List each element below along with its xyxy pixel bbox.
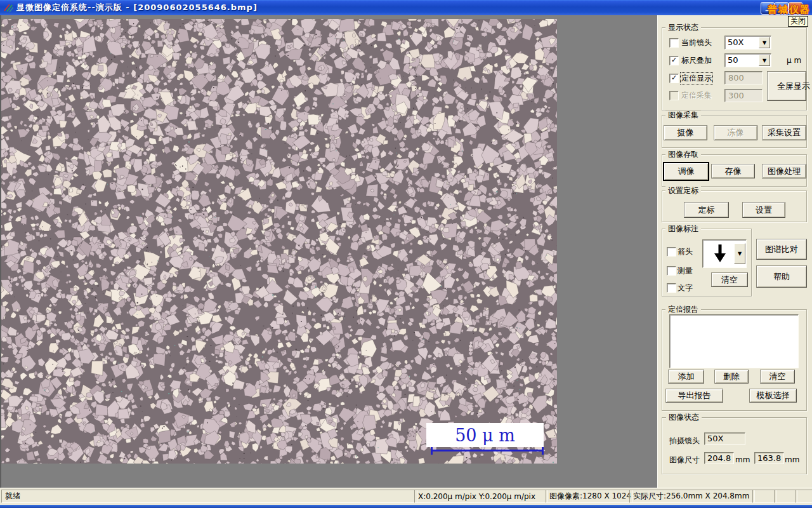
image-height-field[interactable]: 163.8 (754, 452, 784, 464)
scalebar-line (431, 447, 544, 455)
calibrate-button[interactable]: 定标 (684, 202, 729, 218)
text-label: 文字 (678, 283, 693, 293)
application-window: 显微图像定倍系统--演示版 - [20090602055646.bmp] ＿ ❐… (0, 0, 812, 508)
group-report-label: 定倍报告 (665, 305, 701, 314)
atlas-compare-button[interactable]: 图谱比对 (756, 239, 807, 260)
current-lens-select[interactable]: 50X ▼ (724, 36, 771, 50)
checkbox-arrow[interactable] (667, 247, 676, 257)
capture-lens-label: 拍摄镜头 (669, 436, 700, 446)
window-title: 显微图像定倍系统--演示版 - [20090602055646.bmp] (16, 2, 258, 13)
chevron-down-icon[interactable]: ▼ (759, 37, 770, 48)
image-height-value: 163.8 (757, 453, 781, 463)
export-report-button[interactable]: 导出报告 (665, 389, 723, 403)
ruler-overlay-label: 标尺叠加 (681, 55, 712, 66)
fullscreen-button[interactable]: 全屏显示 (767, 71, 806, 101)
arrow-label: 箭头 (678, 246, 693, 257)
group-image-storage-label: 图像存取 (665, 150, 701, 159)
fixed-display-field: 800 (724, 71, 763, 84)
close-tooltip: 关闭 (788, 16, 808, 27)
checkbox-text[interactable] (667, 283, 676, 293)
down-arrow-icon (713, 243, 727, 264)
fixed-capture-value: 300 (728, 91, 744, 100)
status-scale-info: X:0.200μ m/pix Y:0.200μ m/pix (414, 490, 548, 503)
capture-settings-button[interactable]: 采集设置 (762, 125, 806, 140)
status-pane-empty (795, 490, 812, 503)
current-lens-label: 当前镜头 (681, 37, 712, 48)
load-image-button[interactable]: 调像 (663, 162, 709, 181)
capture-lens-field[interactable]: 50X (704, 432, 745, 445)
chevron-down-icon[interactable]: ▼ (759, 55, 770, 66)
image-size-label: 图像尺寸 (669, 455, 700, 465)
app-icon (3, 3, 13, 13)
fixed-capture-field: 300 (724, 89, 763, 102)
ruler-size-value: 50 (728, 55, 738, 65)
current-lens-value: 50X (728, 37, 743, 47)
scalebar: 50 μ m (426, 423, 544, 447)
fixed-capture-label: 定倍采集 (681, 90, 712, 101)
fixed-display-label: 定倍显示 (680, 72, 713, 84)
width-unit-label: mm (735, 455, 750, 464)
image-processing-button[interactable]: 图像处理 (762, 164, 806, 178)
group-image-status-label: 图像状态 (666, 413, 702, 422)
image-width-field[interactable]: 204.8 (704, 452, 734, 464)
scalebar-label: 50 μ m (455, 425, 515, 445)
height-unit-label: mm (785, 455, 799, 464)
vendor-watermark: 普城仪器 (768, 4, 811, 16)
fixed-display-value: 800 (728, 73, 744, 83)
freeze-button: 冻像 (714, 125, 757, 140)
clear-annotation-button[interactable]: 清空 (711, 272, 748, 287)
report-listbox[interactable] (669, 314, 799, 368)
camera-button[interactable]: 摄像 (664, 125, 707, 140)
status-pane-empty (752, 490, 776, 503)
checkbox-fixed-capture (669, 91, 679, 100)
save-image-button[interactable]: 存像 (711, 164, 755, 178)
ruler-unit-label: μ m (787, 56, 801, 65)
report-add-button[interactable]: 添加 (668, 370, 704, 384)
status-pane-empty (774, 490, 797, 503)
report-clear-button[interactable]: 清空 (760, 370, 795, 384)
template-select-button[interactable]: 模板选择 (749, 389, 797, 403)
title-bar: 显微图像定倍系统--演示版 - [20090602055646.bmp] (0, 0, 812, 15)
settings-button[interactable]: 设置 (742, 202, 785, 218)
status-ready: 就绪 (1, 490, 417, 503)
report-delete-button[interactable]: 删除 (714, 370, 749, 384)
ruler-size-select[interactable]: 50 ▼ (724, 53, 771, 67)
help-button[interactable]: 帮助 (756, 265, 807, 288)
measure-label: 测量 (678, 265, 693, 276)
image-width-value: 204.8 (707, 453, 731, 463)
group-image-annotation-label: 图像标注 (665, 224, 701, 233)
checkbox-current-lens[interactable] (669, 38, 679, 48)
group-set-calibration-label: 设置定标 (665, 186, 701, 195)
status-pixel-info: 图像像素:1280 X 1024 (546, 490, 632, 503)
arrow-style-select[interactable]: ▼ (702, 239, 747, 268)
capture-lens-value: 50X (707, 434, 723, 443)
checkbox-measure[interactable] (667, 266, 676, 276)
group-image-capture-label: 图像采集 (665, 110, 701, 119)
checkbox-fixed-display[interactable] (669, 74, 679, 83)
micrograph-image (1, 19, 557, 464)
group-display-status-label: 显示状态 (665, 23, 701, 32)
chevron-down-icon[interactable]: ▼ (734, 243, 745, 264)
status-size-info: 实际尺寸:256.0mm X 204.8mm (629, 490, 755, 503)
checkbox-ruler-overlay[interactable] (669, 56, 679, 65)
